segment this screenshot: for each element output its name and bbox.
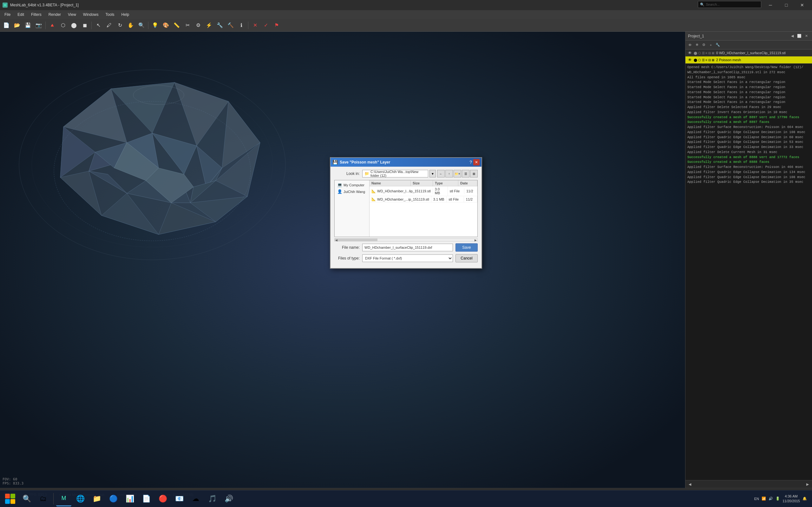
file-list-panel: Name Size Type Date 📐 WD_HDchamber_l...l… xyxy=(369,180,477,237)
toolbar-clip[interactable]: ✂ xyxy=(183,20,193,31)
nav-preview[interactable]: ⊞ xyxy=(470,170,478,177)
panel-scroll-right[interactable]: ▶ xyxy=(804,481,811,487)
toolbar-filter3[interactable]: 🔧 xyxy=(215,20,225,31)
nav-my-computer[interactable]: 💻 My Computer xyxy=(336,181,368,188)
dialog-close-btn[interactable]: ✕ xyxy=(473,159,479,165)
toolbar-info[interactable]: ℹ xyxy=(236,20,247,31)
horizontal-scrollbar[interactable]: ▶ ◀ xyxy=(334,238,478,241)
file-row-1[interactable]: 📐 WD_HDchamber_...ip_151119.stl 3.1 MB s… xyxy=(369,196,477,203)
menu-edit[interactable]: Edit xyxy=(14,11,27,18)
console-output: Opened mesh C:/Users/JuiChih Wang/Deskto… xyxy=(686,64,812,480)
layer-freeze[interactable]: ❄ xyxy=(694,42,700,48)
toolbar-filter4[interactable]: 🔨 xyxy=(225,20,236,31)
taskbar-clock[interactable]: 4:36 AM 11/20/2015 xyxy=(782,494,800,503)
panel-scroll-left[interactable]: ◀ xyxy=(687,481,693,487)
toolbar-filter1[interactable]: ⚙ xyxy=(193,20,203,31)
menu-render[interactable]: Render xyxy=(45,11,64,18)
layer-add[interactable]: + xyxy=(708,42,714,48)
toolbar-points[interactable]: ⬤ xyxy=(69,20,79,31)
network-icon: 📶 xyxy=(762,497,766,501)
meshlab-icon: M xyxy=(61,495,66,502)
toolbar-pan[interactable]: ✋ xyxy=(125,20,136,31)
cancel-button[interactable]: Cancel xyxy=(455,254,478,262)
look-in-dropdown[interactable]: ▼ xyxy=(429,170,436,177)
taskbar-sep-1 xyxy=(53,493,54,504)
right-panel: Project_1 ◀ ⬜ ✕ 👁 ❄ ⚙ + 🔧 👁 ⬤ ⬡ ☰ ≡ ⊟ ⊠ … xyxy=(685,32,812,488)
taskbar-search[interactable]: 🔍 xyxy=(19,491,34,506)
minimize-button[interactable]: ─ xyxy=(763,0,778,10)
project-name: Project_1 xyxy=(688,34,704,38)
toolbar-pick[interactable]: 🖊 xyxy=(104,20,114,31)
console-line-20: Successfully created a mesh of 8888 face… xyxy=(687,160,810,165)
file-name-input[interactable] xyxy=(362,244,453,251)
toolbar-filter2[interactable]: ⚡ xyxy=(204,20,214,31)
panel-float[interactable]: ⬜ xyxy=(796,33,803,39)
toolbar-x-mark[interactable]: ✕ xyxy=(250,20,260,31)
windows-logo xyxy=(5,494,15,504)
maximize-button[interactable]: □ xyxy=(779,0,794,10)
file-row-0[interactable]: 📐 WD_HDchamber_l...lip_151119.stl 3.0 MB… xyxy=(369,186,477,196)
nav-back[interactable]: ← xyxy=(437,170,445,177)
layer-tools[interactable]: 🔧 xyxy=(715,42,721,48)
taskbar-app1[interactable]: 🔵 xyxy=(106,491,121,506)
start-button[interactable] xyxy=(3,491,18,506)
toolbar-color[interactable]: 🎨 xyxy=(161,20,171,31)
taskbar-app6[interactable]: ☁ xyxy=(188,491,203,506)
taskbar-explorer[interactable]: 📁 xyxy=(89,491,104,506)
taskbar-app3[interactable]: 📄 xyxy=(139,491,154,506)
menu-tools[interactable]: Tools xyxy=(102,11,118,18)
file-browser: 💻 My Computer 👤 JuiChih Wang Name Size T… xyxy=(334,180,478,237)
panel-close[interactable]: ✕ xyxy=(803,33,809,39)
menu-file[interactable]: File xyxy=(1,11,14,18)
layer-2-name: 2 Poisson mesh xyxy=(716,58,809,62)
dialog-help-btn[interactable]: ? xyxy=(469,160,472,165)
nav-new-folder[interactable]: 📁+ xyxy=(454,170,461,177)
nav-juichih-wang[interactable]: 👤 JuiChih Wang xyxy=(336,188,368,195)
toolbar-ruler[interactable]: 📏 xyxy=(171,20,182,31)
save-button[interactable]: Save xyxy=(455,243,478,251)
toolbar-save[interactable]: 💾 xyxy=(23,20,33,31)
taskbar-edge[interactable]: 🌐 xyxy=(72,491,88,506)
menu-filters[interactable]: Filters xyxy=(28,11,45,18)
console-line-21: Applied filter Surface Reconstruction: P… xyxy=(687,165,810,170)
toolbar-draw-mode[interactable]: 🔺 xyxy=(47,20,57,31)
layer-settings[interactable]: ⚙ xyxy=(701,42,707,48)
layer-item-0[interactable]: 👁 ⬤ ⬡ ☰ ≡ ⊟ ⊠ 0 WD_HDchamber_l_surfaceCl… xyxy=(686,49,812,56)
taskbar-meshlab[interactable]: M xyxy=(56,491,71,506)
close-button[interactable]: ✕ xyxy=(795,0,809,10)
toolbar-new[interactable]: 📄 xyxy=(1,20,11,31)
taskbar-app7[interactable]: 🎵 xyxy=(205,491,220,506)
toolbar-select[interactable]: ↖ xyxy=(93,20,103,31)
app-icon: M xyxy=(3,3,8,8)
file-type-select[interactable]: DXF File Format ( *.dxf) xyxy=(362,255,453,262)
layer-eye-toggle[interactable]: 👁 xyxy=(687,42,693,48)
user-icon: 👤 xyxy=(337,189,342,194)
col-type: Type xyxy=(433,180,458,186)
toolbar-light[interactable]: 💡 xyxy=(150,20,160,31)
save-dialog[interactable]: 💾 Save "Poisson mesh" Layer ? ✕ Look in:… xyxy=(330,157,482,269)
taskbar-taskview[interactable]: 🗂 xyxy=(36,491,51,506)
menu-windows[interactable]: Windows xyxy=(80,11,102,18)
taskbar-app2[interactable]: 📊 xyxy=(122,491,137,506)
notification-icon[interactable]: 🔔 xyxy=(803,497,807,501)
menu-view[interactable]: View xyxy=(65,11,79,18)
taskbar-app4[interactable]: 🔴 xyxy=(155,491,170,506)
nav-view[interactable]: ☰ xyxy=(462,170,469,177)
toolbar-open[interactable]: 📂 xyxy=(12,20,22,31)
panel-dock-left[interactable]: ◀ xyxy=(789,33,796,39)
taskbar-app8[interactable]: 🔊 xyxy=(221,491,236,506)
toolbar-flag[interactable]: ⚑ xyxy=(271,20,282,31)
menu-help[interactable]: Help xyxy=(118,11,133,18)
toolbar-rotate[interactable]: ↻ xyxy=(115,20,125,31)
layer-item-2[interactable]: 👁 ⬤ ⬡ ☰ ≡ ⊟ ⊠ 2 Poisson mesh xyxy=(686,56,812,63)
window-controls: ─ □ ✕ xyxy=(763,0,809,10)
toolbar-solid[interactable]: ◼ xyxy=(80,20,90,31)
computer-icon: 💻 xyxy=(337,182,342,187)
toolbar-check[interactable]: ✓ xyxy=(261,20,271,31)
nav-up[interactable]: ↑ xyxy=(445,170,453,177)
toolbar-wire[interactable]: ⬡ xyxy=(58,20,68,31)
toolbar-zoom[interactable]: 🔍 xyxy=(136,20,147,31)
toolbar-snapshot[interactable]: 📷 xyxy=(34,20,44,31)
taskbar-app5[interactable]: 📧 xyxy=(171,491,187,506)
col-date: Date xyxy=(458,180,477,186)
